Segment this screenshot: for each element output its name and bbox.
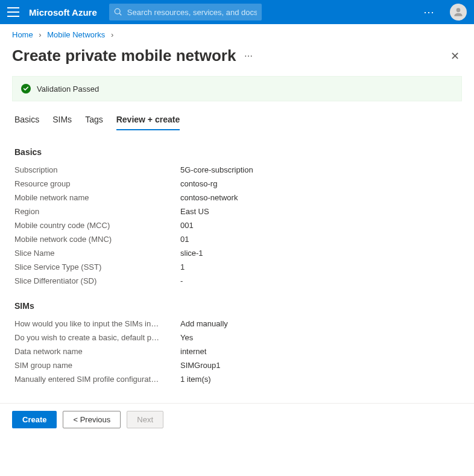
svg-point-0 bbox=[115, 8, 120, 14]
kv-value: Yes bbox=[180, 333, 193, 342]
tab-tags[interactable]: Tags bbox=[85, 115, 103, 130]
kv-row: Mobile country code (MCC)001 bbox=[14, 218, 460, 232]
kv-row: SIM group nameSIMGroup1 bbox=[14, 358, 460, 372]
check-circle-icon bbox=[21, 84, 31, 94]
kv-label: Slice Service Type (SST) bbox=[14, 262, 180, 271]
top-header: Microsoft Azure ⋯ bbox=[0, 0, 474, 24]
kv-value: East US bbox=[180, 207, 209, 216]
kv-row: Data network nameinternet bbox=[14, 344, 460, 358]
kv-row: RegionEast US bbox=[14, 205, 460, 218]
validation-banner: Validation Passed bbox=[12, 76, 462, 101]
hamburger-menu-icon[interactable] bbox=[7, 7, 19, 17]
kv-label: Resource group bbox=[14, 179, 180, 188]
sims-rows: How would you like to input the SIMs in…… bbox=[14, 317, 460, 386]
svg-line-1 bbox=[119, 13, 121, 15]
kv-value: internet bbox=[180, 347, 206, 356]
kv-row: How would you like to input the SIMs in…… bbox=[14, 317, 460, 331]
kv-label: Mobile country code (MCC) bbox=[14, 221, 180, 230]
chevron-right-icon: › bbox=[39, 30, 41, 39]
tab-review-create[interactable]: Review + create bbox=[116, 115, 180, 130]
kv-label: Data network name bbox=[14, 347, 180, 356]
avatar[interactable] bbox=[450, 4, 467, 21]
kv-label: Slice Differentiator (SD) bbox=[14, 276, 180, 285]
search-icon bbox=[114, 8, 122, 16]
validation-message: Validation Passed bbox=[37, 84, 99, 94]
section-title-basics: Basics bbox=[14, 147, 460, 157]
create-button[interactable]: Create bbox=[12, 411, 57, 428]
kv-row: Mobile network namecontoso-network bbox=[14, 191, 460, 205]
kv-value: 5G-core-subscription bbox=[180, 165, 253, 174]
kv-label: How would you like to input the SIMs in… bbox=[14, 319, 180, 328]
page-title: Create private mobile network bbox=[12, 46, 236, 65]
chevron-right-icon: › bbox=[111, 30, 113, 39]
kv-value: 01 bbox=[180, 235, 189, 244]
kv-label: Manually entered SIM profile configurat… bbox=[14, 375, 180, 384]
title-more-icon[interactable]: ⋯ bbox=[244, 51, 253, 61]
kv-value: slice-1 bbox=[180, 249, 203, 258]
person-icon bbox=[452, 6, 464, 18]
kv-row: Manually entered SIM profile configurat…… bbox=[14, 372, 460, 386]
kv-value: 001 bbox=[180, 221, 194, 230]
kv-value: 1 bbox=[180, 262, 185, 271]
header-more-icon[interactable]: ⋯ bbox=[420, 5, 439, 19]
search-box[interactable] bbox=[109, 4, 262, 21]
close-icon[interactable]: ✕ bbox=[448, 47, 462, 65]
kv-value: contoso-rg bbox=[180, 179, 217, 188]
kv-value: - bbox=[180, 276, 183, 285]
kv-row: Do you wish to create a basic, default p… bbox=[14, 331, 460, 344]
footer: Create < Previous Next bbox=[0, 403, 474, 436]
kv-row: Subscription5G-core-subscription bbox=[14, 163, 460, 177]
breadcrumb-home[interactable]: Home bbox=[12, 30, 33, 39]
svg-point-2 bbox=[457, 8, 461, 12]
kv-value: 1 item(s) bbox=[180, 375, 211, 384]
content: Basics Subscription5G-core-subscriptionR… bbox=[0, 130, 474, 392]
kv-value: SIMGroup1 bbox=[180, 361, 220, 370]
kv-value: Add manually bbox=[180, 319, 228, 328]
kv-row: Slice Differentiator (SD)- bbox=[14, 274, 460, 288]
kv-label: Mobile network code (MNC) bbox=[14, 235, 180, 244]
brand-label: Microsoft Azure bbox=[29, 7, 97, 17]
previous-button[interactable]: < Previous bbox=[63, 411, 121, 428]
tab-sims[interactable]: SIMs bbox=[52, 115, 72, 130]
section-title-sims: SIMs bbox=[14, 301, 460, 311]
kv-label: Slice Name bbox=[14, 249, 180, 258]
kv-label: Mobile network name bbox=[14, 193, 180, 202]
kv-value: contoso-network bbox=[180, 193, 238, 202]
basics-rows: Subscription5G-core-subscriptionResource… bbox=[14, 163, 460, 288]
page-title-row: Create private mobile network ⋯ ✕ bbox=[0, 42, 474, 74]
next-button: Next bbox=[127, 411, 163, 428]
search-input[interactable] bbox=[127, 8, 258, 17]
kv-row: Mobile network code (MNC)01 bbox=[14, 232, 460, 246]
kv-label: Region bbox=[14, 207, 180, 216]
kv-row: Resource groupcontoso-rg bbox=[14, 177, 460, 191]
breadcrumb-mobile-networks[interactable]: Mobile Networks bbox=[47, 30, 105, 39]
tabs: Basics SIMs Tags Review + create bbox=[0, 101, 474, 130]
kv-row: Slice Service Type (SST)1 bbox=[14, 260, 460, 274]
kv-label: Subscription bbox=[14, 165, 180, 174]
tab-basics[interactable]: Basics bbox=[14, 115, 39, 130]
kv-label: SIM group name bbox=[14, 361, 180, 370]
kv-label: Do you wish to create a basic, default p… bbox=[14, 333, 180, 342]
kv-row: Slice Nameslice-1 bbox=[14, 246, 460, 260]
breadcrumb: Home › Mobile Networks › bbox=[0, 24, 474, 42]
